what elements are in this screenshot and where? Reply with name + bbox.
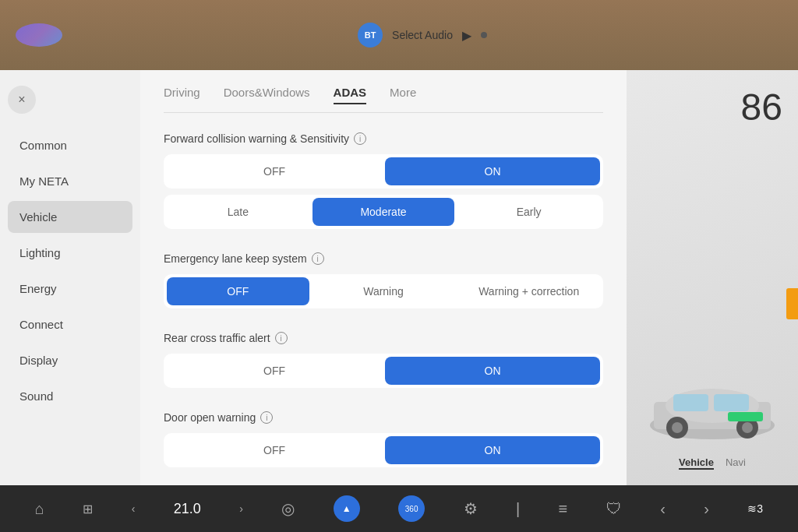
task-count: ≋3 (747, 502, 763, 515)
fcw-info-icon[interactable]: i (354, 132, 366, 145)
elks-options-row: OFF Warning Warning + correction (164, 274, 603, 308)
dow-section: Door open warning i OFF ON (164, 411, 603, 467)
sidebar-item-energy[interactable]: Energy (8, 273, 132, 305)
status-dot (481, 32, 487, 38)
logo-area (16, 23, 62, 47)
fcw-early-btn[interactable]: Early (457, 198, 600, 226)
speed-arrow-left[interactable]: ‹ (132, 502, 136, 515)
speed-arrow-right[interactable]: › (239, 502, 243, 515)
sidebar-item-connect[interactable]: Connect (8, 308, 132, 340)
fcw-sensitivity-row: Late Moderate Early (164, 195, 603, 229)
svg-point-8 (742, 422, 753, 433)
sidebar-item-lighting[interactable]: Lighting (8, 237, 132, 269)
svg-rect-4 (714, 394, 749, 411)
car-image (642, 367, 782, 445)
right-panel: 86 Vehicle Navi (627, 70, 798, 485)
dow-label: Door open warning i (164, 411, 603, 424)
chevron-right-icon[interactable]: › (704, 500, 709, 518)
dow-off-btn[interactable]: OFF (167, 436, 382, 464)
audio-label[interactable]: Select Audio (392, 29, 453, 41)
rcta-info-icon[interactable]: i (275, 332, 288, 344)
range-display: 86 (741, 86, 782, 129)
svg-rect-9 (728, 412, 763, 421)
orange-accent (786, 288, 798, 319)
sidebar-item-sound[interactable]: Sound (8, 380, 132, 412)
tab-adas[interactable]: ADAS (334, 86, 367, 104)
dow-on-btn[interactable]: ON (385, 436, 600, 464)
rcta-off-btn[interactable]: OFF (167, 357, 382, 385)
sidebar-item-common[interactable]: Common (8, 129, 132, 161)
nav-button[interactable]: ▲ (334, 495, 360, 522)
elks-warning-btn[interactable]: Warning (312, 277, 455, 305)
sidebar: × Common My NETA Vehicle Lighting Energy… (0, 70, 140, 485)
rcta-section: Rear cross traffic alert i OFF ON (164, 332, 603, 388)
apps-button[interactable]: ⊞ (83, 502, 93, 516)
rcta-onoff-row: OFF ON (164, 354, 603, 388)
elks-off-btn[interactable]: OFF (167, 277, 309, 305)
tab-bar: Driving Doors&Windows ADAS More (164, 86, 603, 113)
svg-rect-3 (673, 394, 708, 411)
fcw-onoff-row: OFF ON (164, 154, 603, 188)
elks-section: Emergency lane keep system i OFF Warning… (164, 252, 603, 308)
taskbar: ⌂ ⊞ ‹ 21.0 › ◎ ▲ 360 ⚙ | ≡ 🛡 ‹ › ≋3 (0, 485, 798, 532)
bt-icon[interactable]: BT (358, 23, 383, 48)
camera-360-button[interactable]: 360 (398, 495, 425, 522)
elks-info-icon[interactable]: i (312, 252, 324, 265)
tab-doors-windows[interactable]: Doors&Windows (224, 86, 310, 104)
fcw-late-btn[interactable]: Late (167, 198, 309, 226)
sidebar-item-my-neta[interactable]: My NETA (8, 165, 132, 197)
fcw-moderate-btn[interactable]: Moderate (312, 198, 455, 226)
security-button[interactable]: 🛡 (606, 500, 622, 518)
elks-warning-correction-btn[interactable]: Warning + correction (457, 277, 600, 305)
speed-value: 21.0 (174, 501, 201, 517)
settings-button[interactable]: ⚙ (464, 499, 478, 518)
audio-controls: BT Select Audio ▶ (358, 23, 487, 48)
dow-info-icon[interactable]: i (260, 411, 273, 424)
settings-panel: Driving Doors&Windows ADAS More Forward … (140, 70, 627, 485)
right-nav-navi[interactable]: Navi (726, 456, 746, 470)
main-content: × Common My NETA Vehicle Lighting Energy… (0, 70, 798, 485)
tab-driving[interactable]: Driving (164, 86, 200, 104)
layers-button[interactable]: ≡ (559, 500, 568, 518)
divider: | (516, 500, 520, 518)
play-button[interactable]: ▶ (462, 28, 471, 43)
fcw-label: Forward collision warning & Sensitivity … (164, 132, 603, 145)
fcw-on-btn[interactable]: ON (385, 157, 600, 185)
right-nav: Vehicle Navi (679, 456, 746, 470)
rcta-label: Rear cross traffic alert i (164, 332, 603, 344)
top-bar: BT Select Audio ▶ (0, 0, 798, 70)
svg-point-6 (672, 422, 683, 433)
sidebar-item-display[interactable]: Display (8, 344, 132, 376)
chevron-left-icon[interactable]: ‹ (660, 500, 666, 518)
fcw-section: Forward collision warning & Sensitivity … (164, 132, 603, 229)
sidebar-item-vehicle[interactable]: Vehicle (8, 201, 132, 233)
dow-onoff-row: OFF ON (164, 433, 603, 467)
speed-display: 21.0 (174, 501, 201, 517)
fcw-off-btn[interactable]: OFF (167, 157, 382, 185)
logo-icon (16, 23, 62, 47)
steering-button[interactable]: ◎ (281, 499, 295, 518)
home-button[interactable]: ⌂ (35, 500, 44, 518)
rcta-on-btn[interactable]: ON (385, 357, 600, 385)
tab-more[interactable]: More (390, 86, 416, 104)
elks-label: Emergency lane keep system i (164, 252, 603, 265)
right-nav-vehicle[interactable]: Vehicle (679, 456, 714, 470)
close-button[interactable]: × (8, 86, 36, 114)
